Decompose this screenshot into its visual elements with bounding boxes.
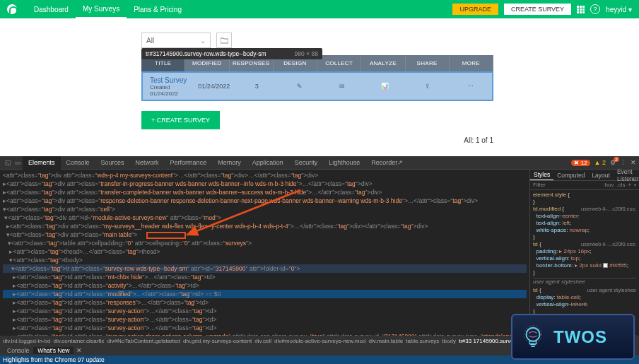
twos-watermark: TWOS bbox=[511, 314, 635, 360]
dt-tab-application[interactable]: Application bbox=[247, 156, 289, 170]
survey-modified: 01/24/2022 bbox=[193, 83, 236, 90]
elements-panel[interactable]: <attr">class="tag">div attr">class="wds-… bbox=[0, 170, 529, 336]
dt-tab-performance[interactable]: Performance bbox=[165, 156, 213, 170]
survey-created: Created 01/24/2022 bbox=[150, 84, 193, 97]
top-nav: Dashboard My Surveys Plans & Pricing UPG… bbox=[0, 0, 639, 18]
chevron-down-icon: ⌄ bbox=[200, 37, 206, 45]
dt-tab-recorder[interactable]: Recorder ↗ bbox=[365, 156, 409, 170]
warning-badge[interactable]: ▲ 2 bbox=[594, 159, 606, 166]
dt-tab-memory[interactable]: Memory bbox=[212, 156, 247, 170]
svg-point-1 bbox=[527, 327, 540, 341]
dt-tab-lighthouse[interactable]: Lighthouse bbox=[323, 156, 365, 170]
tab-share[interactable]: SHARE bbox=[406, 55, 450, 71]
error-badge[interactable]: ✖ 12 bbox=[571, 160, 590, 166]
survey-row[interactable]: Test Survey Created 01/24/2022 01/24/202… bbox=[141, 71, 493, 101]
lightbulb-icon bbox=[520, 324, 546, 351]
analyze-action-icon[interactable]: 📊 bbox=[364, 83, 407, 90]
create-survey-button[interactable]: CREATE SURVEY bbox=[504, 4, 571, 15]
filter-select[interactable]: All ⌄ bbox=[141, 33, 211, 48]
drawer-whatsnew[interactable]: What's New bbox=[33, 347, 74, 354]
tooltip-dimensions: 980 × 88 bbox=[295, 50, 318, 57]
username: heyyid bbox=[606, 6, 626, 13]
styles-panel: Styles Computed Layout Event Listeners »… bbox=[529, 170, 639, 336]
collect-action-icon[interactable]: ✉ bbox=[321, 83, 364, 90]
new-style-icon[interactable]: + bbox=[628, 182, 631, 188]
pagination: All: 1 of 1 bbox=[141, 136, 493, 144]
drawer-close-icon[interactable]: ✕ bbox=[76, 347, 82, 354]
dt-tab-sources[interactable]: Sources bbox=[95, 156, 130, 170]
dt-tab-elements[interactable]: Elements bbox=[23, 156, 61, 170]
st-tab-computed[interactable]: Computed bbox=[553, 170, 588, 180]
st-tab-events[interactable]: Event Listeners bbox=[614, 170, 639, 180]
st-tab-styles[interactable]: Styles bbox=[530, 170, 553, 180]
tab-collect[interactable]: COLLECT bbox=[317, 55, 361, 71]
devtools-tabs: ◱ ▭ Elements Console Sources Network Per… bbox=[0, 156, 639, 170]
nav-my-surveys[interactable]: My Surveys bbox=[76, 0, 127, 18]
st-tab-layout[interactable]: Layout bbox=[588, 170, 614, 180]
apps-icon[interactable] bbox=[577, 6, 585, 13]
tooltip-selector: tr#317145900.survey-row.wds-type--body-s… bbox=[146, 50, 266, 57]
folder-button[interactable] bbox=[216, 33, 232, 48]
nav-plans[interactable]: Plans & Pricing bbox=[127, 0, 189, 18]
chevron-down-icon: ▾ bbox=[628, 6, 632, 13]
nav-dashboard[interactable]: Dashboard bbox=[27, 0, 76, 18]
user-menu[interactable]: heyyid▾ bbox=[606, 6, 632, 13]
drawer-console[interactable]: Console bbox=[3, 347, 33, 354]
tab-more[interactable]: MORE bbox=[450, 55, 493, 71]
cls-toggle[interactable]: .cls bbox=[616, 182, 625, 188]
dt-tab-console[interactable]: Console bbox=[61, 156, 95, 170]
filter-label: All bbox=[146, 37, 154, 45]
dt-tab-security[interactable]: Security bbox=[289, 156, 324, 170]
help-icon[interactable]: ? bbox=[590, 4, 600, 14]
close-icon[interactable]: ✕ bbox=[631, 159, 636, 166]
survey-responses: 3 bbox=[235, 83, 279, 90]
surveys-content: All ⌄ tr#317145900.survey-row.wds-type--… bbox=[0, 18, 639, 156]
tab-analyze[interactable]: ANALYZE bbox=[361, 55, 405, 71]
dt-tab-network[interactable]: Network bbox=[130, 156, 165, 170]
more-action-icon[interactable]: ⋯ bbox=[450, 83, 493, 90]
twos-text: TWOS bbox=[553, 327, 607, 347]
create-survey-button-main[interactable]: + CREATE SURVEY bbox=[141, 111, 220, 129]
survey-title[interactable]: Test Survey bbox=[150, 76, 193, 84]
more-icon[interactable]: ⋮ bbox=[620, 159, 626, 166]
design-action-icon[interactable]: ✎ bbox=[279, 83, 322, 90]
folder-icon bbox=[221, 37, 228, 44]
share-action-icon[interactable]: ⇪ bbox=[406, 83, 450, 90]
logo-icon bbox=[7, 4, 17, 14]
survey-title-cell: Test Survey Created 01/24/2022 bbox=[143, 76, 193, 97]
hov-toggle[interactable]: :hov bbox=[603, 182, 614, 188]
filter-input[interactable]: Filter bbox=[533, 182, 546, 188]
inspect-icon[interactable]: ◱ bbox=[3, 158, 13, 168]
upgrade-button[interactable]: UPGRADE bbox=[452, 4, 498, 15]
device-icon[interactable]: ▭ bbox=[13, 158, 23, 168]
settings-icon[interactable]: ⚙2 bbox=[610, 159, 616, 166]
inspector-tooltip: tr#317145900.survey-row.wds-type--body-s… bbox=[141, 48, 322, 59]
more-icon[interactable]: ▪ bbox=[634, 182, 636, 188]
